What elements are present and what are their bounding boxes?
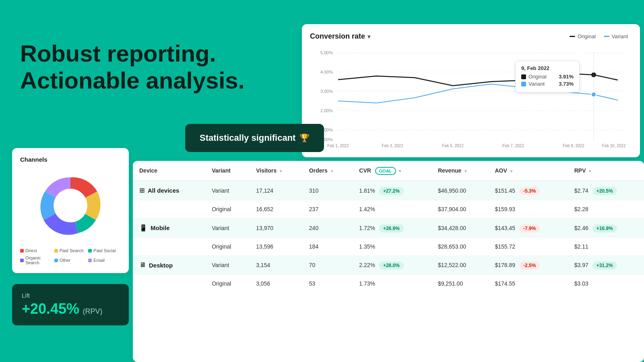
col-device: Device	[133, 161, 205, 181]
col-aov[interactable]: AOV ▾	[488, 161, 568, 181]
col-revenue[interactable]: Revenue ▾	[431, 161, 489, 181]
hero-title: Robust reporting. Actionable analysis.	[20, 40, 282, 94]
table-row: ⊞ All devices Variant 17,124 310 1.81% +…	[133, 181, 644, 200]
table-row: Original 16,652 237 1.42% $37,904.00 $15…	[133, 200, 644, 218]
col-orders[interactable]: Orders ▾	[303, 161, 353, 181]
tooltip-date: 9, Feb 2022	[521, 65, 574, 71]
desktop-icon: 🖥	[139, 261, 146, 269]
device-mobile: 📱 Mobile	[139, 224, 199, 232]
table-row: 📱 Mobile Variant 13,970 240 1.72% +26.9%…	[133, 218, 644, 238]
all-devices-icon: ⊞	[139, 187, 144, 194]
svg-text:3.00%: 3.00%	[320, 89, 333, 94]
table-header-row: Device Variant Visitors ▾ Orders ▾ CVR G…	[133, 161, 644, 181]
chart-area: 5.00% 4.00% 3.00% 2.00% 1.00% 0.00% Feb …	[310, 45, 628, 149]
chart-title: Conversion rate ▾	[310, 32, 370, 41]
table-row: Original 3,056 53 1.73% $9,251.00 $174.5…	[133, 275, 644, 293]
data-table: Device Variant Visitors ▾ Orders ▾ CVR G…	[133, 161, 644, 293]
legend-organic-search: Organic Search	[20, 255, 53, 265]
svg-text:Feb 10, 2022: Feb 10, 2022	[602, 144, 626, 148]
svg-text:Feb 3, 2022: Feb 3, 2022	[382, 144, 403, 148]
donut-container	[20, 169, 121, 242]
lift-widget: Lift +20.45% (RPV)	[12, 284, 129, 325]
lift-value-container: +20.45% (RPV)	[22, 300, 119, 317]
chart-dropdown-icon[interactable]: ▾	[367, 33, 370, 40]
mobile-icon: 📱	[139, 224, 147, 232]
device-desktop: 🖥 Desktop	[139, 261, 199, 269]
hero-title-line2: Actionable analysis.	[20, 67, 245, 93]
svg-text:2.00%: 2.00%	[320, 108, 333, 113]
legend-original: Original	[570, 33, 596, 39]
legend-variant: Variant	[604, 33, 628, 39]
lift-value: +20.45%	[22, 300, 79, 317]
svg-text:5.00%: 5.00%	[320, 50, 333, 55]
col-cvr[interactable]: CVR GOAL ▾	[353, 161, 431, 181]
legend-direct: Direct	[20, 248, 53, 253]
svg-text:Feb 9, 2022: Feb 9, 2022	[563, 144, 584, 148]
chart-svg: 5.00% 4.00% 3.00% 2.00% 1.00% 0.00% Feb …	[310, 45, 628, 149]
table-row: 🖥 Desktop Variant 3,154 70 2.22% +28.0% …	[133, 256, 644, 275]
legend-other: Other	[54, 255, 87, 265]
col-rpv[interactable]: RPV ▾	[568, 161, 644, 181]
channels-legend: Direct Paid Search Paid Social Organic S…	[20, 248, 121, 265]
tooltip-variant-row: Variant 3.73%	[521, 81, 574, 87]
col-variant: Variant	[205, 161, 250, 181]
legend-email: Email	[88, 255, 121, 265]
donut-chart	[34, 169, 107, 242]
table-row: Original 13,596 184 1.35% $28,653.00 $15…	[133, 238, 644, 256]
svg-text:Feb 7, 2022: Feb 7, 2022	[502, 144, 524, 148]
trophy-icon: 🏆	[299, 133, 310, 143]
channels-widget: Channels Direct Paid Search	[12, 148, 129, 273]
svg-text:Feb 1, 2022: Feb 1, 2022	[327, 144, 349, 148]
hero-title-line1: Robust reporting.	[20, 40, 216, 66]
chart-header: Conversion rate ▾ Original Variant	[310, 32, 628, 41]
svg-text:4.00%: 4.00%	[320, 70, 333, 74]
chart-tooltip: 9, Feb 2022 Original 3.91% Variant 3.73%	[515, 61, 580, 93]
chart-panel: Conversion rate ▾ Original Variant 5.00%…	[302, 24, 640, 157]
legend-paid-social: Paid Social	[88, 248, 121, 253]
chart-legend: Original Variant	[570, 33, 628, 39]
stat-sig-badge: Statistically significant 🏆	[185, 124, 324, 152]
tooltip-original-row: Original 3.91%	[521, 74, 574, 80]
stat-sig-label: Statistically significant	[200, 133, 295, 143]
legend-paid-search: Paid Search	[54, 248, 87, 253]
svg-point-20	[54, 189, 87, 222]
svg-text:Feb 5, 2022: Feb 5, 2022	[442, 144, 464, 148]
table-panel: Device Variant Visitors ▾ Orders ▾ CVR G…	[133, 161, 644, 362]
channels-title: Channels	[20, 156, 121, 163]
col-visitors[interactable]: Visitors ▾	[250, 161, 303, 181]
device-all-devices: ⊞ All devices	[139, 187, 199, 194]
lift-label: Lift	[22, 292, 119, 299]
lift-suffix: (RPV)	[83, 307, 103, 315]
